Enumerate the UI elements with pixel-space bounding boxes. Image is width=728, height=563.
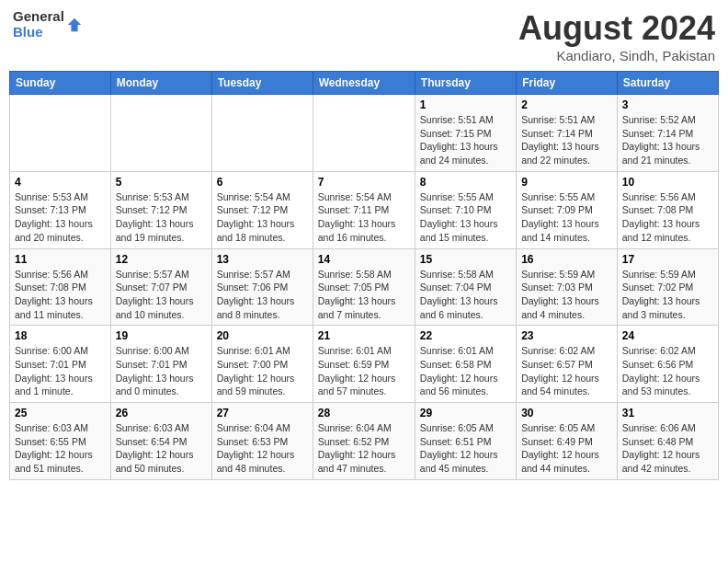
calendar-cell: 2Sunrise: 5:51 AM Sunset: 7:14 PM Daylig…: [517, 95, 618, 172]
day-info: Sunrise: 5:51 AM Sunset: 7:15 PM Dayligh…: [420, 113, 511, 167]
day-number: 15: [420, 253, 511, 266]
day-number: 11: [15, 253, 106, 266]
day-info: Sunrise: 6:03 AM Sunset: 6:54 PM Dayligh…: [116, 421, 207, 476]
day-number: 14: [318, 253, 410, 266]
day-info: Sunrise: 5:59 AM Sunset: 7:02 PM Dayligh…: [622, 268, 713, 322]
main-title: August 2024: [518, 9, 715, 48]
title-block: August 2024 Kandiaro, Sindh, Pakistan: [518, 9, 715, 63]
calendar-header-saturday: Saturday: [617, 72, 718, 95]
calendar-header-tuesday: Tuesday: [211, 72, 313, 95]
day-info: Sunrise: 5:51 AM Sunset: 7:14 PM Dayligh…: [521, 113, 612, 167]
calendar-cell: [313, 95, 415, 172]
day-number: 28: [318, 407, 410, 419]
calendar-cell: [211, 95, 313, 172]
calendar-cell: 23Sunrise: 6:02 AM Sunset: 6:57 PM Dayli…: [517, 326, 618, 403]
day-info: Sunrise: 5:59 AM Sunset: 7:03 PM Dayligh…: [521, 268, 612, 322]
calendar-header-friday: Friday: [517, 72, 618, 95]
day-info: Sunrise: 5:57 AM Sunset: 7:07 PM Dayligh…: [116, 268, 207, 322]
day-info: Sunrise: 6:00 AM Sunset: 7:01 PM Dayligh…: [116, 344, 207, 398]
day-info: Sunrise: 5:52 AM Sunset: 7:14 PM Dayligh…: [622, 113, 713, 167]
day-number: 27: [217, 407, 308, 419]
calendar-cell: 17Sunrise: 5:59 AM Sunset: 7:02 PM Dayli…: [617, 248, 718, 326]
day-info: Sunrise: 6:04 AM Sunset: 6:53 PM Dayligh…: [217, 421, 308, 476]
calendar-week-row: 1Sunrise: 5:51 AM Sunset: 7:15 PM Daylig…: [10, 95, 719, 172]
calendar-cell: 5Sunrise: 5:53 AM Sunset: 7:12 PM Daylig…: [110, 171, 211, 248]
day-info: Sunrise: 5:53 AM Sunset: 7:12 PM Dayligh…: [116, 190, 207, 245]
calendar-cell: [10, 95, 111, 172]
day-number: 24: [622, 329, 713, 342]
calendar-cell: 27Sunrise: 6:04 AM Sunset: 6:53 PM Dayli…: [211, 403, 313, 480]
calendar-cell: 7Sunrise: 5:54 AM Sunset: 7:11 PM Daylig…: [313, 171, 415, 248]
calendar-cell: 12Sunrise: 5:57 AM Sunset: 7:07 PM Dayli…: [110, 248, 211, 326]
day-number: 4: [15, 176, 106, 189]
logo-general: General: [13, 9, 64, 25]
day-info: Sunrise: 5:58 AM Sunset: 7:05 PM Dayligh…: [318, 268, 410, 322]
calendar-cell: 1Sunrise: 5:51 AM Sunset: 7:15 PM Daylig…: [415, 95, 516, 172]
calendar-cell: 13Sunrise: 5:57 AM Sunset: 7:06 PM Dayli…: [211, 248, 313, 326]
day-info: Sunrise: 6:01 AM Sunset: 6:58 PM Dayligh…: [420, 344, 511, 398]
day-info: Sunrise: 6:02 AM Sunset: 6:57 PM Dayligh…: [521, 344, 612, 398]
calendar-cell: 24Sunrise: 6:02 AM Sunset: 6:56 PM Dayli…: [617, 326, 718, 403]
day-number: 2: [521, 98, 612, 111]
calendar-header-wednesday: Wednesday: [313, 72, 415, 95]
day-number: 26: [116, 407, 207, 419]
calendar-header-monday: Monday: [110, 72, 211, 95]
calendar-cell: 30Sunrise: 6:05 AM Sunset: 6:49 PM Dayli…: [517, 403, 618, 480]
page-header: General Blue August 2024 Kandiaro, Sindh…: [9, 9, 719, 63]
calendar-cell: 28Sunrise: 6:04 AM Sunset: 6:52 PM Dayli…: [313, 403, 415, 480]
day-number: 31: [622, 407, 713, 419]
calendar-cell: 10Sunrise: 5:56 AM Sunset: 7:08 PM Dayli…: [617, 171, 718, 248]
day-info: Sunrise: 6:06 AM Sunset: 6:48 PM Dayligh…: [622, 421, 713, 476]
day-number: 12: [116, 253, 207, 266]
calendar-cell: 21Sunrise: 6:01 AM Sunset: 6:59 PM Dayli…: [313, 326, 415, 403]
day-info: Sunrise: 6:04 AM Sunset: 6:52 PM Dayligh…: [318, 421, 410, 476]
day-number: 17: [622, 253, 713, 266]
day-number: 8: [420, 176, 511, 189]
day-info: Sunrise: 5:54 AM Sunset: 7:11 PM Dayligh…: [318, 190, 410, 245]
day-number: 23: [521, 329, 612, 342]
day-info: Sunrise: 5:55 AM Sunset: 7:10 PM Dayligh…: [420, 190, 511, 245]
day-number: 18: [15, 329, 106, 342]
logo-blue: Blue: [13, 25, 64, 40]
calendar-week-row: 4Sunrise: 5:53 AM Sunset: 7:13 PM Daylig…: [10, 171, 719, 248]
calendar-cell: 8Sunrise: 5:55 AM Sunset: 7:10 PM Daylig…: [415, 171, 516, 248]
day-number: 10: [622, 176, 713, 189]
day-number: 13: [217, 253, 308, 266]
calendar-cell: 25Sunrise: 6:03 AM Sunset: 6:55 PM Dayli…: [10, 403, 111, 480]
day-info: Sunrise: 6:01 AM Sunset: 6:59 PM Dayligh…: [318, 344, 410, 398]
day-number: 16: [521, 253, 612, 266]
day-number: 9: [521, 176, 612, 189]
calendar-table: SundayMondayTuesdayWednesdayThursdayFrid…: [9, 71, 719, 480]
day-info: Sunrise: 6:01 AM Sunset: 7:00 PM Dayligh…: [217, 344, 308, 398]
calendar-cell: 6Sunrise: 5:54 AM Sunset: 7:12 PM Daylig…: [211, 171, 313, 248]
day-number: 19: [116, 329, 207, 342]
day-info: Sunrise: 6:00 AM Sunset: 7:01 PM Dayligh…: [15, 344, 106, 398]
day-info: Sunrise: 6:02 AM Sunset: 6:56 PM Dayligh…: [622, 344, 713, 398]
day-info: Sunrise: 6:05 AM Sunset: 6:49 PM Dayligh…: [521, 421, 612, 476]
calendar-cell: 14Sunrise: 5:58 AM Sunset: 7:05 PM Dayli…: [313, 248, 415, 326]
day-number: 29: [420, 407, 511, 419]
day-info: Sunrise: 5:57 AM Sunset: 7:06 PM Dayligh…: [217, 268, 308, 322]
day-number: 21: [318, 329, 410, 342]
day-info: Sunrise: 5:55 AM Sunset: 7:09 PM Dayligh…: [521, 190, 612, 245]
logo-text: General Blue: [13, 9, 64, 40]
calendar-cell: 26Sunrise: 6:03 AM Sunset: 6:54 PM Dayli…: [110, 403, 211, 480]
day-number: 6: [217, 176, 308, 189]
calendar-header-thursday: Thursday: [415, 72, 516, 95]
day-number: 30: [521, 407, 612, 419]
calendar-cell: 31Sunrise: 6:06 AM Sunset: 6:48 PM Dayli…: [617, 403, 718, 480]
day-info: Sunrise: 5:58 AM Sunset: 7:04 PM Dayligh…: [420, 268, 511, 322]
day-number: 7: [318, 176, 410, 189]
subtitle: Kandiaro, Sindh, Pakistan: [518, 48, 715, 63]
calendar-cell: 9Sunrise: 5:55 AM Sunset: 7:09 PM Daylig…: [517, 171, 618, 248]
logo-icon: [66, 17, 83, 33]
day-number: 22: [420, 329, 511, 342]
calendar-cell: 18Sunrise: 6:00 AM Sunset: 7:01 PM Dayli…: [10, 326, 111, 403]
day-info: Sunrise: 5:56 AM Sunset: 7:08 PM Dayligh…: [15, 268, 106, 322]
day-info: Sunrise: 6:05 AM Sunset: 6:51 PM Dayligh…: [420, 421, 511, 476]
calendar-cell: 29Sunrise: 6:05 AM Sunset: 6:51 PM Dayli…: [415, 403, 516, 480]
calendar-header-row: SundayMondayTuesdayWednesdayThursdayFrid…: [10, 72, 719, 95]
day-info: Sunrise: 5:53 AM Sunset: 7:13 PM Dayligh…: [15, 190, 106, 245]
calendar-cell: [110, 95, 211, 172]
day-info: Sunrise: 5:54 AM Sunset: 7:12 PM Dayligh…: [217, 190, 308, 245]
